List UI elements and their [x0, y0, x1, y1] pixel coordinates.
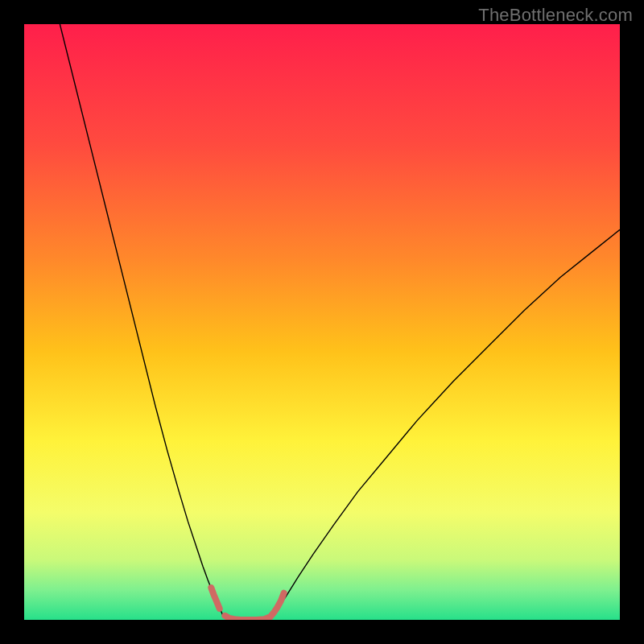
gradient-background — [24, 24, 620, 620]
bottleneck-chart — [24, 24, 620, 620]
chart-frame: TheBottleneck.com — [0, 0, 644, 644]
plot-area — [24, 24, 620, 620]
watermark-text: TheBottleneck.com — [478, 5, 633, 26]
